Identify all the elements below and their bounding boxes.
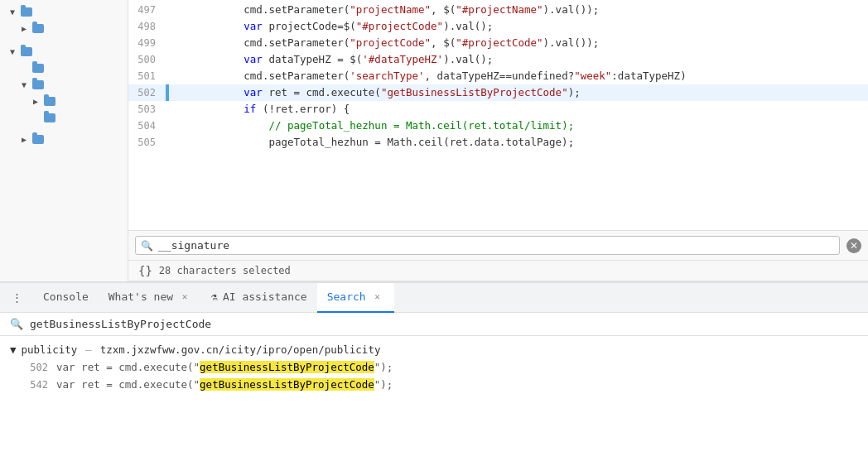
line-content: var dataTypeHZ = $('#dataTypeHZ').val(); [169, 51, 868, 68]
search-input[interactable] [30, 318, 858, 330]
result-line-number: 542 [23, 379, 48, 391]
code-line-505: 505 pageTotal_hezhun = Math.ceil(ret.dat… [128, 134, 868, 151]
search-results: ▼ publicity — tzxm.jxzwfww.gov.cn/icity/… [0, 336, 868, 456]
folder-icon [43, 94, 56, 108]
dots-icon: ⋮ [12, 291, 22, 304]
tab-search[interactable]: Search ✕ [317, 283, 394, 313]
line-content: var projectCode=$("#projectCode").val(); [169, 18, 868, 35]
line-number: 500 [128, 51, 166, 68]
line-number: 499 [128, 35, 166, 51]
code-content: 497 cmd.setParameter("projectName", $("#… [128, 0, 868, 151]
result-group-name: publicity [22, 343, 78, 356]
list-item[interactable] [0, 76, 128, 93]
line-number: 503 [128, 101, 166, 118]
chevron-down-icon [7, 6, 18, 17]
line-number: 498 [128, 18, 166, 35]
result-group-header[interactable]: ▼ publicity — tzxm.jxzwfww.gov.cn/icity/… [0, 341, 868, 358]
list-item[interactable] [0, 20, 128, 36]
tab-ai-assistance[interactable]: ⚗ AI assistance [201, 283, 317, 313]
line-content: if (!ret.error) { [169, 101, 868, 118]
tab-ai-label: AI assistance [223, 290, 307, 303]
selection-bar: {} 28 characters selected [128, 261, 868, 281]
line-content: cmd.setParameter('searchType', dataTypeH… [169, 68, 868, 84]
folder-icon [31, 22, 45, 35]
folder-icon [20, 45, 33, 58]
list-item[interactable] [0, 131, 128, 147]
tab-console-label: Console [43, 290, 89, 303]
tab-search-label: Search [327, 290, 366, 303]
tab-console[interactable]: Console [33, 283, 99, 313]
file-tree [0, 0, 128, 281]
curly-brace-icon: {} [138, 264, 152, 277]
find-close-button[interactable]: ✕ [846, 238, 861, 253]
tab-bar: ⋮ Console What's new ✕ ⚗ AI assistance S… [0, 283, 868, 313]
find-bar: 🔍 __signature ✕ [128, 230, 868, 261]
result-line-542[interactable]: 542 var ret = cmd.execute("getBusinessLi… [0, 376, 868, 393]
line-number: 505 [128, 134, 166, 151]
chevron-right-icon [18, 133, 30, 145]
search-input-row: 🔍 [0, 313, 868, 336]
line-content: cmd.setParameter("projectName", $("#proj… [169, 2, 868, 18]
line-content: var ret = cmd.execute("getBusinessListBy… [169, 84, 868, 101]
code-line-503: 503 if (!ret.error) { [128, 101, 868, 118]
result-highlight: getBusinessListByProjectCode [200, 378, 374, 391]
code-line-498: 498 var projectCode=$("#projectCode").va… [128, 18, 868, 35]
selection-status-text: 28 characters selected [159, 265, 291, 276]
result-group-path: tzxm.jxzwfww.gov.cn/icity/ipro/open/publ… [100, 343, 381, 356]
result-code: var ret = cmd.execute("getBusinessListBy… [56, 378, 393, 391]
search-icon: 🔍 [141, 240, 153, 252]
result-highlight: getBusinessListByProjectCode [200, 361, 374, 373]
list-item[interactable] [0, 93, 128, 109]
code-line-499: 499 cmd.setParameter("projectCode", $("#… [128, 35, 868, 51]
line-content: pageTotal_hezhun = Math.ceil(ret.data.to… [169, 134, 868, 151]
chevron-down-icon [18, 79, 30, 90]
folder-icon [31, 78, 45, 91]
code-line-502: 502 var ret = cmd.execute("getBusinessLi… [128, 84, 868, 101]
line-content: cmd.setParameter("projectCode", $("#proj… [169, 35, 868, 51]
folder-icon [43, 111, 56, 124]
chevron-right-icon [30, 95, 41, 107]
code-line-504: 504 // pageTotal_hezhun = Math.ceil(ret.… [128, 118, 868, 134]
line-number: 497 [128, 2, 166, 18]
code-editor: 497 cmd.setParameter("projectName", $("#… [128, 0, 868, 281]
folder-icon [31, 61, 45, 74]
tab-whatsnew[interactable]: What's new ✕ [99, 283, 201, 313]
line-number: 504 [128, 118, 166, 134]
result-line-number: 502 [23, 362, 48, 373]
code-line-497: 497 cmd.setParameter("projectName", $("#… [128, 2, 868, 18]
result-line-502[interactable]: 502 var ret = cmd.execute("getBusinessLi… [0, 358, 868, 376]
editor-area: 497 cmd.setParameter("projectName", $("#… [0, 0, 868, 282]
result-group-separator: — [85, 343, 92, 356]
tab-search-close[interactable]: ✕ [371, 290, 384, 304]
line-number: 502 [128, 84, 166, 101]
tab-menu-button[interactable]: ⋮ [7, 288, 27, 308]
find-input-wrap: 🔍 __signature [135, 236, 840, 255]
folder-icon [20, 5, 33, 18]
result-code: var ret = cmd.execute("getBusinessListBy… [56, 361, 393, 373]
result-group-arrow: ▼ [10, 343, 17, 356]
tab-ai-icon: ⚗ [211, 290, 218, 303]
line-number: 501 [128, 68, 166, 84]
list-item[interactable] [0, 43, 128, 60]
bottom-panel: ⋮ Console What's new ✕ ⚗ AI assistance S… [0, 282, 868, 456]
list-item[interactable] [0, 109, 128, 126]
code-line-501: 501 cmd.setParameter('searchType', dataT… [128, 68, 868, 84]
chevron-right-icon [18, 22, 30, 34]
line-content: // pageTotal_hezhun = Math.ceil(ret.tota… [169, 118, 868, 134]
code-lines: 497 cmd.setParameter("projectName", $("#… [128, 0, 868, 230]
tab-whatsnew-label: What's new [108, 290, 173, 303]
tree-items [0, 0, 128, 151]
list-item[interactable] [0, 60, 128, 76]
find-input[interactable]: __signature [158, 239, 834, 252]
tab-whatsnew-close[interactable]: ✕ [178, 290, 191, 304]
chevron-down-icon [7, 46, 18, 57]
search-icon: 🔍 [10, 318, 23, 330]
list-item[interactable] [0, 3, 128, 20]
folder-icon [31, 132, 45, 146]
code-line-500: 500 var dataTypeHZ = $('#dataTypeHZ').va… [128, 51, 868, 68]
